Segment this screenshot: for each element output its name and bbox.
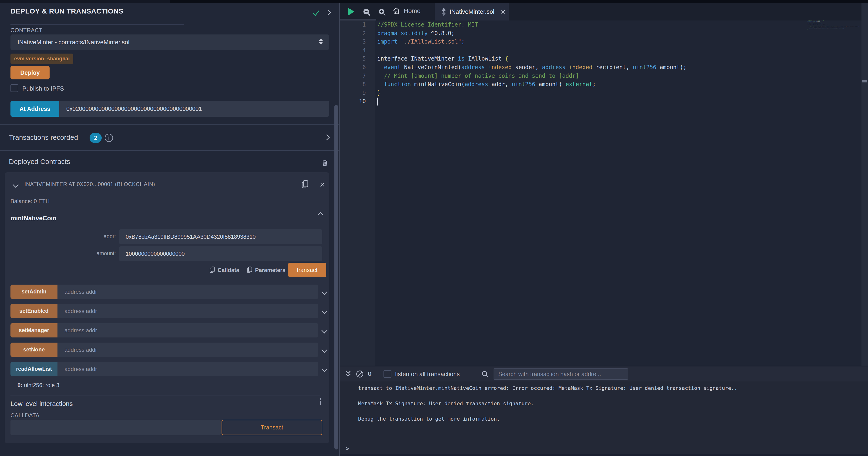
deployed-contract-card: INATIVEMINTER AT 0X020...00001 (BLOCKCHA… [5,172,329,443]
function-row: readAllowList [10,362,327,376]
terminal-search-input[interactable] [494,368,628,380]
calldata-copy-label[interactable]: Calldata [218,267,239,274]
clear-console-ban-icon[interactable] [355,370,364,378]
readAllowList-input[interactable] [58,362,318,376]
trash-icon[interactable] [321,159,329,167]
low-level-transact-button[interactable]: Transact [221,420,322,435]
tab-home[interactable]: Home [392,7,421,15]
publish-ipfs-checkbox[interactable] [10,84,19,92]
setAdmin-input[interactable] [58,285,318,299]
at-address-input[interactable] [59,101,329,117]
code-line: //SPDX-License-Identifier: MIT [377,21,686,29]
setEnabled-button[interactable]: setEnabled [10,304,58,318]
mintnativecoin-function-label: mintNativeCoin [10,215,57,222]
transact-button[interactable]: transact [288,263,326,277]
addr-field-label: addr: [74,233,116,240]
collapse-terminal-double-chevron-icon[interactable] [344,369,352,379]
zoom-in-icon[interactable] [378,8,386,17]
tab-home-label: Home [404,7,421,15]
code-line: function mintNativeCoin(address addr, ui… [377,80,686,89]
chevron-down-icon[interactable] [321,289,327,294]
setAdmin-button[interactable]: setAdmin [10,285,58,299]
collapse-panel-chevron-icon[interactable] [325,9,331,16]
line-number: 8 [340,80,366,89]
code-line: event NativeCoinMinted(address indexed s… [377,63,686,72]
line-number: 3 [340,37,366,46]
line-number: 10 [340,97,366,106]
terminal-log-line: Debug the transaction to get more inform… [358,416,737,423]
code-line [377,97,686,106]
listen-transactions-checkbox[interactable] [383,370,392,378]
contract-select[interactable]: INativeMinter - contracts/INativeMinter.… [10,34,329,50]
terminal-bottom-edge [340,454,868,456]
collapse-contract-chevron-icon[interactable] [12,182,19,188]
editor-minimap[interactable]: //SPDX-License-Identifier: MITpragma sol… [805,21,862,37]
zoom-out-icon[interactable] [362,8,371,17]
line-number: 6 [340,63,366,72]
transactions-recorded-section[interactable]: Transactions recorded 2 [0,124,339,151]
run-script-play-icon[interactable] [348,8,354,16]
tab-inativeminter-label: INativeMinter.sol [450,8,494,16]
low-level-interactions-header: Low level interactions [10,400,73,407]
chevron-down-icon[interactable] [321,347,327,352]
line-number: 1 [340,21,366,29]
addr-field-input[interactable] [119,229,322,244]
code-line: // Mint [amount] number of native coins … [377,72,686,80]
line-number: 9 [340,89,366,97]
code-line [377,46,686,55]
chevron-down-icon[interactable] [321,308,327,314]
setEnabled-input[interactable] [58,304,318,318]
setNone-input[interactable] [58,343,318,357]
expand-transactions-chevron-icon[interactable] [324,134,330,140]
parameters-copy-label[interactable]: Parameters [255,267,285,274]
function-row: setAdmin [10,285,327,299]
deploy-run-panel: DEPLOY & RUN TRANSACTIONS CONTRACT INati… [0,3,339,456]
listen-transactions-label[interactable]: listen on all transactions [395,371,460,378]
window-top-strip [0,0,868,3]
info-icon [104,133,114,143]
setManager-button[interactable]: setManager [10,323,58,338]
deployed-contract-title: INATIVEMINTER AT 0X020...00001 (BLOCKCHA… [25,181,155,188]
low-level-calldata-input[interactable] [10,420,221,435]
terminal-panel: 0 listen on all transactions transact to… [340,366,868,456]
setNone-button[interactable]: setNone [10,343,58,357]
setManager-input[interactable] [58,323,318,338]
collapse-function-chevron-icon[interactable] [317,212,323,218]
copy-calldata-icon[interactable] [209,266,216,274]
remove-contract-close-icon[interactable] [319,182,325,188]
function-rows: setAdminsetEnabledsetManagersetNonereadA… [10,285,327,381]
contract-select-value: INativeMinter - contracts/INativeMinter.… [18,39,129,46]
readAllowList-button[interactable]: readAllowList [10,362,58,376]
close-tab-icon[interactable] [500,9,506,15]
function-row: setEnabled [10,304,327,318]
text-cursor [377,97,378,106]
copy-address-icon[interactable] [301,179,310,190]
at-address-button[interactable]: At Address [10,101,59,117]
publish-ipfs-label: Publish to IPFS [22,85,64,92]
editor-tab-bar: Home INativeMinter.sol [340,3,868,21]
output-index: 0: [18,382,22,388]
minimap-content: //SPDX-License-Identifier: MITpragma sol… [805,21,862,31]
terminal-output[interactable]: transact to INativeMinter.mintNativeCoin… [358,385,737,431]
card-divider [10,395,320,395]
chevron-down-icon[interactable] [321,327,327,333]
panel-scrollbar[interactable] [334,105,338,450]
overview-ruler[interactable] [862,3,868,366]
contract-balance: Balance: 0 ETH [10,198,50,204]
window-top-strip-left [0,0,170,3]
tab-inativeminter[interactable]: INativeMinter.sol [435,3,509,21]
tabbar-scroll-indicator [340,19,376,21]
code-line: interface INativeMinter is IAllowList { [377,55,686,63]
terminal-log-line: MetaMask Tx Signature: User denied trans… [358,400,737,407]
code-line: pragma solidity ^0.8.0; [377,29,686,38]
deployed-contracts-header: Deployed Contracts [9,158,70,166]
ruler-cursor-mark [862,80,867,82]
transactions-recorded-label: Transactions recorded [9,134,78,141]
terminal-prompt[interactable]: > [346,445,349,452]
pending-tx-count: 0 [368,370,371,377]
code-content[interactable]: //SPDX-License-Identifier: MITpragma sol… [377,21,686,106]
chevron-down-icon[interactable] [321,366,327,372]
amount-field-input[interactable] [119,247,322,261]
copy-parameters-icon[interactable] [246,266,253,274]
deploy-button[interactable]: Deploy [10,66,50,79]
